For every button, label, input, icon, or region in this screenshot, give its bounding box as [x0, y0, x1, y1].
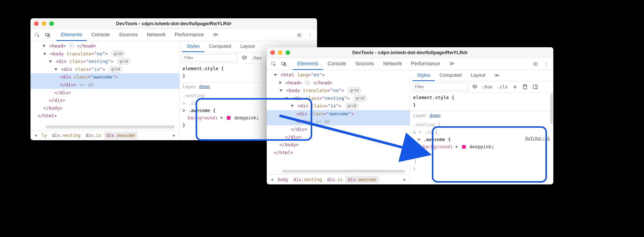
layer-link[interactable]: demo — [199, 84, 210, 89]
breadcrumb-prev-icon[interactable]: ◀ — [268, 177, 275, 182]
subtab-styles[interactable]: Styles — [182, 41, 205, 52]
breadcrumb-item-current[interactable]: div.awesome — [345, 176, 379, 183]
collapse-icon[interactable] — [291, 105, 294, 107]
settings-gear-icon[interactable] — [295, 30, 304, 40]
collapse-icon[interactable] — [274, 74, 277, 76]
minimize-window-button[interactable] — [42, 21, 46, 26]
dom-node-body[interactable]: <body translate="no"> grid — [267, 87, 410, 94]
grid-badge[interactable]: grid — [117, 58, 130, 65]
expand-shorthand-icon[interactable] — [221, 117, 223, 119]
grid-badge[interactable]: grid — [345, 103, 358, 109]
hov-toggle[interactable]: :hov — [251, 55, 263, 61]
close-window-button[interactable] — [270, 50, 275, 55]
ellipsis-badge[interactable]: ⋯ — [305, 81, 310, 85]
rule-nested[interactable]: RwYLRdr:36 .nesting { & > .is { > .aweso… — [410, 121, 553, 174]
kebab-menu-icon[interactable]: ⋮ — [305, 30, 315, 40]
breadcrumb-item[interactable]: body — [275, 176, 291, 183]
device-toolbar-icon[interactable] — [279, 60, 288, 68]
inspect-element-icon[interactable] — [33, 31, 42, 39]
breadcrumb-item[interactable]: div.is — [325, 176, 345, 183]
grid-badge[interactable]: grid — [109, 66, 122, 73]
horizontal-scrollbar[interactable] — [46, 125, 175, 129]
dom-node-awesome-close[interactable]: </div> == $0 — [30, 81, 179, 89]
dom-node-awesome[interactable]: <div class="awesome"> — [267, 110, 410, 118]
breadcrumb-item[interactable]: ly — [39, 132, 49, 139]
dom-close-html[interactable]: </html> — [267, 149, 410, 157]
layers-icon[interactable] — [241, 55, 248, 61]
collapse-icon[interactable] — [43, 53, 46, 55]
subtab-styles[interactable]: Styles — [413, 70, 435, 81]
dom-node-head[interactable]: <head> ⋯ </head> — [30, 42, 179, 50]
layers-icon[interactable] — [472, 84, 478, 90]
dom-close-div[interactable]: </div> — [267, 125, 410, 133]
expand-icon[interactable] — [279, 81, 282, 84]
tab-performance[interactable]: Performance — [170, 29, 209, 41]
expand-icon[interactable] — [43, 44, 45, 47]
inspect-element-icon[interactable] — [269, 60, 278, 68]
breadcrumb-item-current[interactable]: div.awesome — [104, 132, 138, 139]
settings-gear-icon[interactable] — [531, 59, 540, 69]
dom-node-awesome[interactable]: <div class="awesome"> — [30, 73, 179, 81]
rule-layer[interactable]: Layer demo — [410, 111, 553, 121]
dom-node-html[interactable]: <html lang="en"> — [267, 71, 410, 79]
dom-node-nesting[interactable]: <div class="nesting"> grid — [267, 94, 410, 102]
filter-input[interactable] — [413, 83, 468, 91]
panel-toggle-icon[interactable] — [532, 84, 539, 90]
maximize-window-button[interactable] — [286, 50, 290, 55]
dom-node-is[interactable]: <div class="is"> grid — [267, 102, 410, 110]
collapse-icon[interactable] — [285, 97, 288, 100]
subtab-computed[interactable]: Computed — [435, 70, 466, 81]
filter-input[interactable] — [182, 54, 238, 62]
dom-node-head[interactable]: <head> ⋯ </head> — [267, 79, 410, 87]
ellipsis-badge[interactable]: ⋯ — [69, 44, 74, 48]
tabs-overflow[interactable]: ≫ — [445, 58, 459, 70]
dom-close-div[interactable]: </div> — [30, 89, 179, 97]
device-toolbar-icon[interactable] — [43, 31, 52, 39]
rule-element-style[interactable]: element.style { } — [410, 93, 553, 110]
horizontal-scrollbar[interactable] — [282, 170, 405, 173]
dom-close-html[interactable]: </html> — [30, 112, 179, 120]
dom-node-is[interactable]: <div class="is"> grid — [30, 66, 179, 73]
dom-tree[interactable]: <head> ⋯ </head> <body translate="no"> g… — [30, 41, 179, 130]
breadcrumb-item[interactable]: div.nesting — [291, 176, 325, 183]
new-rule-icon[interactable]: ＋ — [512, 83, 518, 91]
cls-toggle[interactable]: .cls — [497, 84, 508, 90]
dom-node-body[interactable]: <body translate="no"> grid — [30, 50, 179, 58]
tabs-overflow[interactable]: ≫ — [208, 29, 223, 41]
kebab-menu-icon[interactable]: ⋮ — [542, 59, 551, 69]
hov-toggle[interactable]: :hov — [482, 84, 493, 90]
tab-console[interactable]: Console — [323, 58, 351, 70]
dom-node-awesome-close[interactable]: </div> == $0 — [267, 118, 410, 126]
dom-tree[interactable]: <html lang="en"> <head> ⋯ </head> <body … — [267, 70, 410, 174]
tab-elements[interactable]: Elements — [293, 58, 323, 70]
breadcrumb-item[interactable]: div.nesting — [49, 132, 83, 139]
breadcrumb-item[interactable]: div.is — [83, 132, 104, 139]
grid-badge[interactable]: grid — [112, 51, 125, 57]
subtab-layout[interactable]: Layout — [466, 70, 490, 81]
tab-performance[interactable]: Performance — [406, 58, 445, 70]
tab-network[interactable]: Network — [379, 58, 406, 70]
breadcrumb-next-icon[interactable]: ▶ — [401, 177, 408, 182]
layer-link[interactable]: demo — [430, 113, 441, 118]
color-swatch-icon[interactable] — [462, 145, 466, 149]
collapse-icon[interactable] — [49, 60, 52, 63]
tab-sources[interactable]: Sources — [115, 29, 142, 41]
tab-console[interactable]: Console — [87, 29, 114, 41]
color-swatch-icon[interactable] — [227, 116, 230, 120]
tab-sources[interactable]: Sources — [351, 58, 379, 70]
vertical-scrollbar[interactable] — [550, 93, 553, 124]
close-window-button[interactable] — [34, 21, 39, 26]
source-link[interactable]: RwYLRdr:36 — [525, 135, 550, 142]
breadcrumb-next-icon[interactable]: ▶ — [171, 133, 178, 138]
save-icon[interactable] — [522, 84, 528, 90]
dom-close-body[interactable]: </body> — [30, 104, 179, 112]
dom-close-div[interactable]: </div> — [30, 97, 179, 104]
subtab-computed[interactable]: Computed — [204, 41, 236, 52]
expand-shorthand-icon[interactable] — [456, 146, 458, 148]
collapse-icon[interactable] — [54, 68, 57, 71]
collapse-icon[interactable] — [279, 89, 282, 92]
styles-rules[interactable]: element.style { } Layer demo RwYLRdr:36 … — [410, 92, 553, 184]
subtabs-overflow[interactable]: ≫ — [490, 70, 504, 81]
tab-network[interactable]: Network — [142, 29, 170, 41]
breadcrumb-prev-icon[interactable]: ◀ — [32, 133, 39, 138]
